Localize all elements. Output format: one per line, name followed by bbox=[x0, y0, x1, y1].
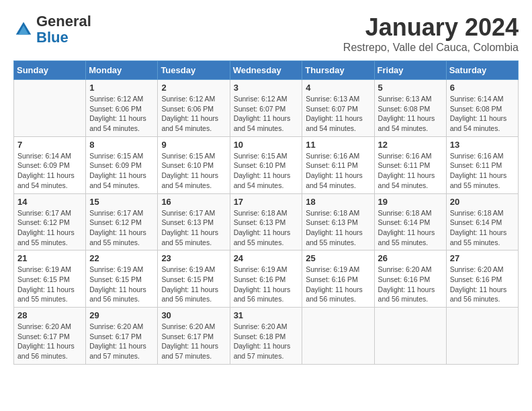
weekday-header: Saturday bbox=[446, 61, 518, 80]
calendar-cell: 12Sunrise: 6:16 AM Sunset: 6:11 PM Dayli… bbox=[374, 136, 446, 193]
day-info: Sunrise: 6:13 AM Sunset: 6:07 PM Dayligh… bbox=[306, 94, 370, 134]
calendar-cell: 19Sunrise: 6:18 AM Sunset: 6:14 PM Dayli… bbox=[374, 193, 446, 250]
day-number: 19 bbox=[378, 197, 443, 207]
calendar-cell: 7Sunrise: 6:14 AM Sunset: 6:09 PM Daylig… bbox=[14, 136, 86, 193]
calendar-cell: 29Sunrise: 6:20 AM Sunset: 6:17 PM Dayli… bbox=[86, 308, 158, 365]
logo-icon bbox=[13, 19, 34, 40]
calendar-cell bbox=[446, 308, 518, 365]
day-number: 18 bbox=[306, 197, 370, 207]
logo: General Blue bbox=[13, 13, 91, 46]
day-info: Sunrise: 6:20 AM Sunset: 6:17 PM Dayligh… bbox=[161, 322, 226, 361]
day-info: Sunrise: 6:14 AM Sunset: 6:08 PM Dayligh… bbox=[450, 94, 515, 134]
weekday-header: Wednesday bbox=[230, 61, 302, 80]
day-number: 1 bbox=[89, 83, 154, 93]
day-info: Sunrise: 6:20 AM Sunset: 6:17 PM Dayligh… bbox=[17, 322, 82, 361]
calendar-cell bbox=[302, 308, 374, 365]
day-number: 25 bbox=[306, 253, 370, 263]
calendar-header: SundayMondayTuesdayWednesdayThursdayFrid… bbox=[14, 61, 519, 80]
day-number: 5 bbox=[378, 83, 443, 93]
calendar-table: SundayMondayTuesdayWednesdayThursdayFrid… bbox=[13, 60, 519, 365]
day-number: 2 bbox=[161, 83, 226, 93]
day-number: 13 bbox=[450, 140, 515, 150]
day-number: 16 bbox=[161, 197, 226, 207]
day-number: 17 bbox=[234, 197, 299, 207]
calendar-cell: 21Sunrise: 6:19 AM Sunset: 6:15 PM Dayli… bbox=[14, 250, 86, 308]
calendar-cell: 13Sunrise: 6:16 AM Sunset: 6:11 PM Dayli… bbox=[446, 136, 518, 193]
calendar-cell: 8Sunrise: 6:15 AM Sunset: 6:09 PM Daylig… bbox=[86, 136, 158, 193]
day-number: 23 bbox=[161, 253, 226, 263]
calendar-cell: 11Sunrise: 6:16 AM Sunset: 6:11 PM Dayli… bbox=[302, 136, 374, 193]
calendar-cell: 10Sunrise: 6:15 AM Sunset: 6:10 PM Dayli… bbox=[230, 136, 302, 193]
day-number: 28 bbox=[17, 310, 82, 320]
day-info: Sunrise: 6:14 AM Sunset: 6:09 PM Dayligh… bbox=[17, 151, 82, 191]
page-header: General Blue January 2024 Restrepo, Vall… bbox=[13, 13, 519, 54]
day-info: Sunrise: 6:18 AM Sunset: 6:14 PM Dayligh… bbox=[378, 208, 443, 248]
day-info: Sunrise: 6:17 AM Sunset: 6:13 PM Dayligh… bbox=[161, 208, 226, 248]
day-number: 14 bbox=[17, 197, 82, 207]
calendar-cell: 16Sunrise: 6:17 AM Sunset: 6:13 PM Dayli… bbox=[158, 193, 230, 250]
calendar-cell bbox=[14, 80, 86, 137]
calendar-cell: 2Sunrise: 6:12 AM Sunset: 6:06 PM Daylig… bbox=[158, 80, 230, 137]
day-info: Sunrise: 6:19 AM Sunset: 6:16 PM Dayligh… bbox=[306, 265, 370, 304]
calendar-week-row: 7Sunrise: 6:14 AM Sunset: 6:09 PM Daylig… bbox=[14, 136, 519, 193]
day-info: Sunrise: 6:20 AM Sunset: 6:16 PM Dayligh… bbox=[450, 265, 515, 304]
calendar-cell: 15Sunrise: 6:17 AM Sunset: 6:12 PM Dayli… bbox=[86, 193, 158, 250]
calendar-title: January 2024 bbox=[343, 13, 519, 42]
calendar-week-row: 14Sunrise: 6:17 AM Sunset: 6:12 PM Dayli… bbox=[14, 193, 519, 250]
calendar-cell: 23Sunrise: 6:19 AM Sunset: 6:15 PM Dayli… bbox=[158, 250, 230, 308]
day-info: Sunrise: 6:19 AM Sunset: 6:15 PM Dayligh… bbox=[89, 265, 154, 304]
weekday-header: Tuesday bbox=[158, 61, 230, 80]
day-info: Sunrise: 6:15 AM Sunset: 6:09 PM Dayligh… bbox=[89, 151, 154, 191]
day-info: Sunrise: 6:12 AM Sunset: 6:07 PM Dayligh… bbox=[234, 94, 299, 134]
calendar-week-row: 1Sunrise: 6:12 AM Sunset: 6:06 PM Daylig… bbox=[14, 80, 519, 137]
day-number: 21 bbox=[17, 253, 82, 263]
calendar-cell: 14Sunrise: 6:17 AM Sunset: 6:12 PM Dayli… bbox=[14, 193, 86, 250]
calendar-cell: 3Sunrise: 6:12 AM Sunset: 6:07 PM Daylig… bbox=[230, 80, 302, 137]
calendar-week-row: 21Sunrise: 6:19 AM Sunset: 6:15 PM Dayli… bbox=[14, 250, 519, 308]
calendar-week-row: 28Sunrise: 6:20 AM Sunset: 6:17 PM Dayli… bbox=[14, 308, 519, 365]
day-info: Sunrise: 6:16 AM Sunset: 6:11 PM Dayligh… bbox=[306, 151, 370, 191]
day-info: Sunrise: 6:19 AM Sunset: 6:15 PM Dayligh… bbox=[161, 265, 226, 304]
day-info: Sunrise: 6:16 AM Sunset: 6:11 PM Dayligh… bbox=[378, 151, 443, 191]
day-info: Sunrise: 6:18 AM Sunset: 6:14 PM Dayligh… bbox=[450, 208, 515, 248]
day-info: Sunrise: 6:19 AM Sunset: 6:15 PM Dayligh… bbox=[17, 265, 82, 304]
day-number: 26 bbox=[378, 253, 443, 263]
logo-blue-text: Blue bbox=[36, 29, 69, 46]
calendar-cell: 9Sunrise: 6:15 AM Sunset: 6:10 PM Daylig… bbox=[158, 136, 230, 193]
weekday-header: Monday bbox=[86, 61, 158, 80]
calendar-cell: 4Sunrise: 6:13 AM Sunset: 6:07 PM Daylig… bbox=[302, 80, 374, 137]
day-number: 29 bbox=[89, 310, 154, 320]
calendar-cell: 25Sunrise: 6:19 AM Sunset: 6:16 PM Dayli… bbox=[302, 250, 374, 308]
weekday-header: Friday bbox=[374, 61, 446, 80]
day-number: 3 bbox=[234, 83, 299, 93]
calendar-cell: 27Sunrise: 6:20 AM Sunset: 6:16 PM Dayli… bbox=[446, 250, 518, 308]
logo-general-text: General bbox=[36, 13, 91, 30]
day-number: 15 bbox=[89, 197, 154, 207]
calendar-cell: 22Sunrise: 6:19 AM Sunset: 6:15 PM Dayli… bbox=[86, 250, 158, 308]
calendar-cell: 6Sunrise: 6:14 AM Sunset: 6:08 PM Daylig… bbox=[446, 80, 518, 137]
day-info: Sunrise: 6:16 AM Sunset: 6:11 PM Dayligh… bbox=[450, 151, 515, 191]
day-number: 7 bbox=[17, 140, 82, 150]
day-info: Sunrise: 6:18 AM Sunset: 6:13 PM Dayligh… bbox=[306, 208, 370, 248]
day-info: Sunrise: 6:20 AM Sunset: 6:18 PM Dayligh… bbox=[234, 322, 299, 361]
day-number: 12 bbox=[378, 140, 443, 150]
day-number: 30 bbox=[161, 310, 226, 320]
day-info: Sunrise: 6:12 AM Sunset: 6:06 PM Dayligh… bbox=[161, 94, 226, 134]
weekday-header: Sunday bbox=[14, 61, 86, 80]
day-info: Sunrise: 6:15 AM Sunset: 6:10 PM Dayligh… bbox=[161, 151, 226, 191]
weekday-header: Thursday bbox=[302, 61, 374, 80]
day-info: Sunrise: 6:17 AM Sunset: 6:12 PM Dayligh… bbox=[17, 208, 82, 248]
day-number: 31 bbox=[234, 310, 299, 320]
calendar-cell: 24Sunrise: 6:19 AM Sunset: 6:16 PM Dayli… bbox=[230, 250, 302, 308]
calendar-cell: 20Sunrise: 6:18 AM Sunset: 6:14 PM Dayli… bbox=[446, 193, 518, 250]
calendar-cell: 30Sunrise: 6:20 AM Sunset: 6:17 PM Dayli… bbox=[158, 308, 230, 365]
calendar-cell: 5Sunrise: 6:13 AM Sunset: 6:08 PM Daylig… bbox=[374, 80, 446, 137]
day-number: 27 bbox=[450, 253, 515, 263]
day-number: 24 bbox=[234, 253, 299, 263]
calendar-subtitle: Restrepo, Valle del Cauca, Colombia bbox=[343, 42, 519, 54]
calendar-cell: 26Sunrise: 6:20 AM Sunset: 6:16 PM Dayli… bbox=[374, 250, 446, 308]
calendar-cell bbox=[374, 308, 446, 365]
calendar-cell: 28Sunrise: 6:20 AM Sunset: 6:17 PM Dayli… bbox=[14, 308, 86, 365]
day-info: Sunrise: 6:20 AM Sunset: 6:16 PM Dayligh… bbox=[378, 265, 443, 304]
day-number: 4 bbox=[306, 83, 370, 93]
